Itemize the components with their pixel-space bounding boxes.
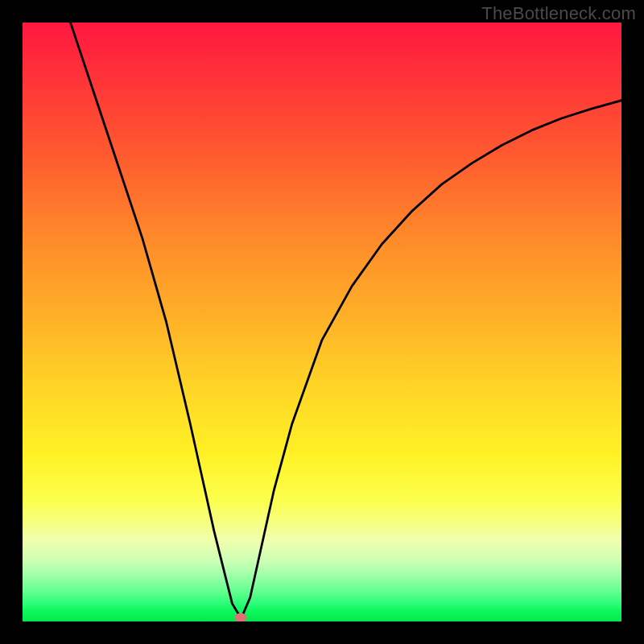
optimal-point-marker [235,613,247,622]
chart-frame: TheBottleneck.com [0,0,644,644]
bottleneck-curve [71,23,621,618]
curve-svg [23,23,621,621]
watermark-text: TheBottleneck.com [481,3,636,24]
plot-area [23,23,621,621]
